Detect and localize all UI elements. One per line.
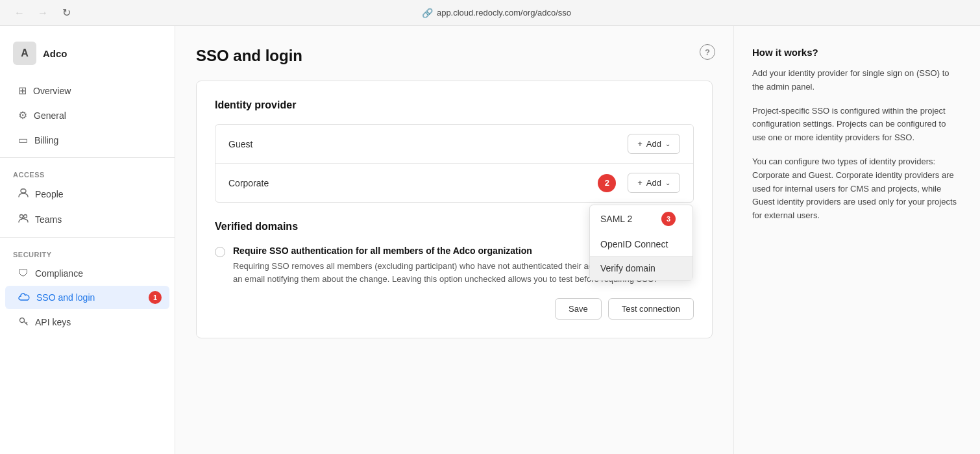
dropdown-saml2[interactable]: SAML 2 3 <box>590 205 692 233</box>
guest-add-button[interactable]: + Add ⌄ <box>628 134 680 154</box>
plus-icon: + <box>637 139 643 149</box>
org-name: Adco <box>43 48 67 59</box>
overview-icon: ⊞ <box>18 84 27 97</box>
add-label: Add <box>646 178 661 188</box>
how-it-works-title: How it works? <box>752 47 962 58</box>
svg-rect-0 <box>21 189 26 193</box>
teams-icon <box>18 213 29 226</box>
sidebar-item-label: Overview <box>33 86 71 96</box>
section-security: Security <box>0 243 175 261</box>
action-buttons: Save Test connection <box>215 298 694 320</box>
how-text-2: Project-specific SSO is configured withi… <box>752 105 962 145</box>
people-icon <box>18 188 29 201</box>
how-text-3: You can configure two types of identity … <box>752 155 962 223</box>
sidebar-item-label: General <box>34 110 66 121</box>
save-button[interactable]: Save <box>555 298 602 320</box>
gear-icon: ⚙ <box>18 109 27 121</box>
main-card: Identity provider Guest + Add ⌄ Corp <box>196 81 713 338</box>
add-label: Add <box>646 139 661 149</box>
guest-label: Guest <box>228 139 628 149</box>
corporate-row-right: 2 + Add ⌄ <box>598 173 680 193</box>
sso-checkbox[interactable] <box>215 247 225 257</box>
org-avatar: A <box>13 42 36 65</box>
back-button[interactable]: ← <box>10 4 29 22</box>
sidebar-item-billing[interactable]: ▭ Billing <box>5 128 169 152</box>
svg-point-1 <box>20 215 23 218</box>
identity-provider-table: Guest + Add ⌄ Corporate 2 <box>215 124 694 203</box>
forward-button[interactable]: → <box>34 4 52 22</box>
dropdown-openid[interactable]: OpenID Connect <box>590 233 692 256</box>
sidebar-item-general[interactable]: ⚙ General <box>5 103 169 127</box>
url-icon: 🔗 <box>422 8 433 18</box>
cloud-icon <box>18 292 30 303</box>
refresh-button[interactable]: ↻ <box>57 4 75 22</box>
sidebar: A Adco ⊞ Overview ⚙ General ▭ Billing Ac… <box>0 26 175 454</box>
sidebar-item-label: SSO and login <box>36 292 95 303</box>
test-connection-button[interactable]: Test connection <box>608 298 694 320</box>
sidebar-item-people[interactable]: People <box>5 182 169 207</box>
sidebar-item-overview[interactable]: ⊞ Overview <box>5 79 169 103</box>
chevron-down-icon: ⌄ <box>665 179 670 186</box>
url-text: app.cloud.redocly.com/org/adco/sso <box>437 8 571 18</box>
sidebar-item-teams[interactable]: Teams <box>5 207 169 232</box>
sidebar-item-label: Teams <box>35 214 62 225</box>
shield-icon: 🛡 <box>18 268 29 279</box>
how-text-1: Add your identity provider for single si… <box>752 67 962 94</box>
add-dropdown-menu: SAML 2 3 OpenID Connect Verify domain <box>589 205 693 281</box>
sidebar-item-compliance[interactable]: 🛡 Compliance <box>5 262 169 285</box>
browser-nav: ← → ↻ <box>10 4 75 22</box>
guest-row-right: + Add ⌄ <box>628 134 680 154</box>
corporate-add-button[interactable]: + Add ⌄ <box>628 173 680 193</box>
corporate-row: Corporate 2 + Add ⌄ SAML 2 3 <box>215 164 693 202</box>
identity-provider-title: Identity provider <box>215 99 694 111</box>
svg-point-2 <box>24 215 27 218</box>
dropdown-verify-domain[interactable]: Verify domain <box>590 256 692 280</box>
url-bar: 🔗 app.cloud.redocly.com/org/adco/sso <box>422 8 571 18</box>
saml2-label: SAML 2 <box>600 214 632 224</box>
sidebar-divider-2 <box>0 237 175 238</box>
content-area: ? SSO and login Identity provider Guest … <box>175 26 733 454</box>
help-icon[interactable]: ? <box>700 44 715 60</box>
section-access: Access <box>0 163 175 181</box>
key-icon <box>18 316 29 329</box>
verify-domain-label: Verify domain <box>600 263 655 273</box>
guest-row: Guest + Add ⌄ <box>215 125 693 164</box>
chevron-down-icon: ⌄ <box>665 140 670 147</box>
sidebar-item-label: Billing <box>34 135 58 145</box>
org-header: A Adco <box>0 36 175 78</box>
sso-badge: 1 <box>149 291 162 304</box>
sidebar-divider <box>0 157 175 158</box>
sidebar-item-label: People <box>35 189 64 199</box>
sidebar-item-apikeys[interactable]: API keys <box>5 310 169 334</box>
corporate-label: Corporate <box>228 178 598 188</box>
corporate-badge: 2 <box>598 174 616 192</box>
billing-icon: ▭ <box>18 134 28 146</box>
topbar: ← → ↻ 🔗 app.cloud.redocly.com/org/adco/s… <box>0 0 980 26</box>
sidebar-item-label: Compliance <box>35 268 83 279</box>
svg-point-3 <box>20 318 25 323</box>
saml2-badge: 3 <box>661 212 676 226</box>
openid-label: OpenID Connect <box>600 239 668 249</box>
sidebar-item-label: API keys <box>35 317 71 327</box>
plus-icon: + <box>637 178 643 188</box>
sidebar-item-sso[interactable]: SSO and login 1 <box>5 286 169 309</box>
page-title: SSO and login <box>196 47 713 65</box>
main-layout: A Adco ⊞ Overview ⚙ General ▭ Billing Ac… <box>0 26 980 454</box>
right-panel: How it works? Add your identity provider… <box>733 26 980 454</box>
